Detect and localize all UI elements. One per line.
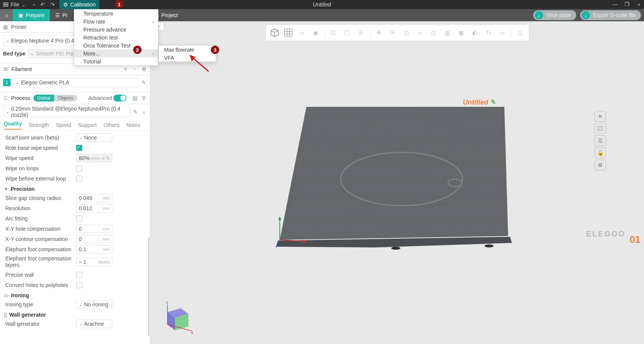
group-wallgen-label[interactable]: Wall generator [9,312,46,318]
plate-name-label[interactable]: Untitled✎ [463,98,496,106]
advanced-toggle[interactable] [113,95,126,101]
scope-global[interactable]: Global [33,95,54,101]
close-plate-icon[interactable]: ✕ [595,111,606,122]
orient-icon[interactable]: ▣ [309,26,322,39]
edit-filament-button[interactable]: ✎ [141,79,147,86]
compare-button[interactable]: ▤ [132,95,138,101]
export-gcode-button[interactable]: ⌄Export G-code file [580,10,641,20]
setting-scarf-seam-value[interactable]: None [76,133,112,142]
search-settings-button[interactable]: ⌕ [141,109,147,115]
subtab-support[interactable]: Support [78,122,97,128]
scope-objects[interactable]: Objects [54,95,77,101]
setting-xy-hole-value[interactable]: 0mm [76,225,112,233]
scrollbar[interactable] [148,237,150,336]
support-paint-icon[interactable]: ▦ [454,26,467,39]
chevron-down-icon[interactable]: ⌄ [535,11,543,19]
save-icon[interactable]: ▫ [33,2,35,8]
setting-convert-poly-checkbox[interactable] [76,282,82,288]
group-precision-label[interactable]: Precision [11,186,35,192]
setting-precise-wall-checkbox[interactable] [76,272,82,278]
view-settings-icon[interactable]: ⚙ [595,160,606,170]
menu-item-pressure[interactable]: Pressure advance [74,25,158,33]
value-text: 0.1 [79,246,86,252]
process-profile-select[interactable]: 0.20mm Standard @Elegoo Neptune4Pro (0.4… [3,106,130,117]
chevron-down-icon[interactable]: ⌄ [582,11,590,19]
group-ironing-label[interactable]: Ironing [11,292,29,298]
copy-icon[interactable]: ⿻ [327,26,340,39]
setting-wipe-before-ext-checkbox[interactable] [76,176,82,182]
subtab-strength[interactable]: Strength [29,122,49,128]
move-icon[interactable]: ✥ [372,26,385,39]
annotation-1: 1 [115,0,123,8]
paste-icon[interactable]: ⿸ [341,26,354,39]
cut-icon[interactable]: ◫ [427,26,440,39]
menu-item-more[interactable]: More... [74,49,158,57]
home-button[interactable]: ⌂ [0,9,13,21]
3d-viewport[interactable]: » ▱ ▣ ⿻ ⿸ ☰ ✥ ⟳ ◫ ▱ ◫ ▥ ▦ ◐ Ta ▭ ◲ [150,21,644,344]
setting-convert-poly-label: Convert holes to polyholes [5,282,74,288]
setting-elephant-layers-value[interactable]: ⇅1layers [76,258,112,266]
setting-ironing-type-value[interactable]: No ironing [76,300,112,309]
rotate-icon[interactable]: ⟳ [386,26,399,39]
slice-button[interactable]: ⌄Slice plate [533,10,576,20]
assembly-icon[interactable]: ◲ [513,26,526,39]
tab-prepare[interactable]: ▣Prepare [13,9,50,21]
filament-index[interactable]: 1 [3,79,11,86]
setting-slice-gap-value[interactable]: 0.049mm [76,194,112,202]
subtab-speed[interactable]: Speed [56,122,71,128]
setting-elephant-value[interactable]: 0.1mm [76,245,112,254]
add-plate-icon[interactable] [282,26,295,39]
setting-role-wipe-checkbox[interactable] [76,145,82,151]
mesh-icon[interactable]: ▥ [441,26,454,39]
minimize-button[interactable]: — [612,1,618,8]
scale-icon[interactable]: ◫ [400,26,413,39]
calibration-menu[interactable]: ⚙ Calibration [59,0,100,9]
stepper-icon[interactable]: ⇅ [79,260,82,264]
menu-item-tutorial[interactable]: Tutorial [74,57,158,65]
close-button[interactable]: ＋ [635,0,644,9]
filament-select[interactable]: Elegoo Generic PLA [13,78,139,87]
settings-list[interactable]: Scarf joint seam (beta)None Role base wi… [0,131,150,344]
undo-icon[interactable]: ↶ [40,2,45,8]
menu-item-retraction[interactable]: Retraction test [74,33,158,41]
subtab-quality[interactable]: Quality [4,120,22,130]
settings-button[interactable]: ⚲ [141,95,147,101]
axis-x-label: x [191,330,193,335]
list-view-icon[interactable]: ☰ [595,135,606,146]
setting-resolution-value[interactable]: 0.012mm [76,204,112,212]
menu-item-max-flowrate[interactable]: Max flowrate [159,46,216,54]
layout-icon[interactable]: ☰ [354,26,367,39]
menu-item-temperature[interactable]: Temperature [74,10,158,17]
filament-settings-button[interactable]: ⚙ [141,66,147,72]
scope-toggle[interactable]: Global Objects [33,95,77,101]
maximize-button[interactable]: ❐ [625,1,630,8]
remove-filament-button[interactable]: － [132,66,138,72]
setting-arc-checkbox[interactable] [76,216,82,222]
setting-xy-contour-value[interactable]: 0mm [76,235,112,243]
subtab-others[interactable]: Others [104,122,120,128]
setting-wallgen-value[interactable]: Arachne [76,320,112,328]
lock-icon[interactable]: 🔓 [595,147,606,158]
menu-item-flowrate[interactable]: Flow rate [74,17,158,25]
place-icon[interactable]: ▱ [413,26,426,39]
setting-wipe-loops-checkbox[interactable] [76,165,82,171]
redo-icon[interactable]: ↷ [50,2,55,8]
add-object-icon[interactable] [268,26,281,39]
gear-icon: ✦ [4,186,8,192]
value-text: 0.012 [79,205,92,211]
subtab-notes[interactable]: Notes [126,122,140,128]
text-icon[interactable]: Ta [482,26,495,39]
orientation-gizmo[interactable]: z x [160,301,194,339]
tab-preview[interactable]: ☰Pr [50,9,73,21]
edit-icon[interactable]: ✎ [490,98,496,106]
file-menu[interactable]: File [0,0,29,9]
seam-paint-icon[interactable]: ◐ [468,26,481,39]
setting-wipe-speed-value[interactable]: 80%mm/s or % [76,154,112,162]
measure-icon[interactable]: ▭ [496,26,509,39]
arrange-icon[interactable]: ▱ [295,26,308,39]
edit-profile-button[interactable]: ✎ [132,109,139,115]
setting-elephant-layers-label: Elephant foot compensation layers [5,255,74,268]
add-filament-button[interactable]: ＋ [123,66,129,72]
fit-view-icon[interactable]: ⿴ [595,123,606,134]
menu-item-tolerance[interactable]: Orca Tolerance Test [74,41,158,49]
